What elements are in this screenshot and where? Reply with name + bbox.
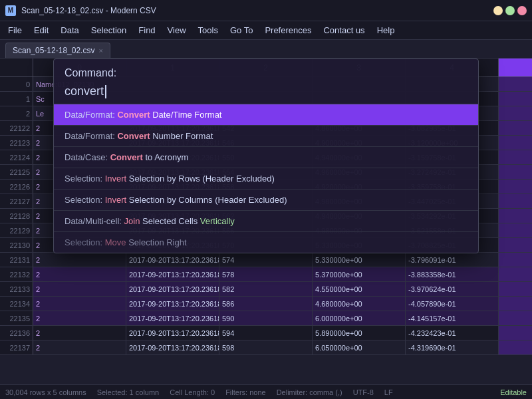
data-cell[interactable]: 6.000000e+00 [313, 311, 406, 325]
menu-item-tools[interactable]: Tools [193, 23, 223, 37]
data-cell[interactable] [499, 282, 532, 296]
data-cell[interactable]: -4.319690e-01 [406, 340, 499, 354]
autocomplete-item[interactable]: Data/Case: Convert to Acronym [54, 147, 478, 168]
tab-close-button[interactable]: × [98, 47, 102, 55]
minimize-button[interactable] [493, 6, 503, 15]
row-number: 22135 [0, 311, 33, 325]
data-cell[interactable]: -4.232423e-01 [406, 326, 499, 340]
data-cell[interactable]: 2 [33, 340, 126, 354]
data-cell[interactable]: 2017-09-20T13:17:20.236187 [126, 311, 219, 325]
data-cell[interactable]: 586 [219, 297, 313, 311]
data-cell[interactable] [499, 253, 532, 267]
data-cell[interactable]: 2 [33, 253, 126, 267]
window-title: Scan_05-12-18_02.csv - Modern CSV [21, 6, 488, 15]
data-cell[interactable]: 582 [219, 282, 313, 296]
menu-item-help[interactable]: Help [372, 23, 400, 37]
data-cell[interactable] [499, 311, 532, 325]
data-cell[interactable]: 2017-09-20T13:17:20.236187 [126, 340, 219, 354]
autocomplete-item[interactable]: Data/Format: Convert Number Format [54, 126, 478, 147]
menu-item-file[interactable]: File [3, 23, 27, 37]
row-number: 22131 [0, 253, 33, 267]
command-palette[interactable]: Command: convert Data/Format: Convert Da… [53, 59, 479, 253]
autocomplete-item[interactable]: Data/Format: Convert Date/Time Format [54, 104, 478, 126]
autocomplete-rest: Number Format [150, 131, 213, 141]
tab-file[interactable]: Scan_05-12-18_02.csv × [5, 43, 110, 58]
data-cell[interactable]: 2017-09-20T13:17:20.236187 [126, 267, 219, 281]
data-cell[interactable]: 590 [219, 311, 313, 325]
data-cell[interactable] [499, 209, 532, 223]
data-cell[interactable]: 4.680000e+00 [313, 297, 406, 311]
maximize-button[interactable] [505, 6, 515, 15]
status-bar: 30,004 rows x 5 columns Selected: 1 colu… [0, 384, 532, 399]
table-row: 2213322017-09-20T13:17:20.2361875824.550… [0, 282, 532, 297]
autocomplete-item[interactable]: Selection: Invert Selection by Columns (… [54, 190, 478, 211]
data-cell[interactable]: 598 [219, 340, 313, 354]
data-cell[interactable]: 2017-09-20T13:17:20.236187 [126, 297, 219, 311]
data-cell[interactable]: 2017-09-20T13:17:20.236187 [126, 282, 219, 296]
data-cell[interactable]: 574 [219, 253, 313, 267]
menu-item-data[interactable]: Data [55, 23, 84, 37]
menu-item-contact-us[interactable]: Contact us [318, 23, 370, 37]
data-cell[interactable]: -3.796091e-01 [406, 253, 499, 267]
menu-item-view[interactable]: View [162, 23, 192, 37]
data-cell[interactable]: 578 [219, 267, 313, 281]
data-cell[interactable] [499, 77, 532, 91]
data-cell[interactable]: 2 [33, 282, 126, 296]
row-number: 22137 [0, 340, 33, 354]
autocomplete-category: Selection: [65, 174, 102, 184]
data-cell[interactable]: 5.370000e+00 [313, 267, 406, 281]
command-input-area[interactable]: convert [54, 82, 478, 104]
data-cell[interactable]: 2017-09-20T13:17:20.236187 [126, 253, 219, 267]
autocomplete-item[interactable]: Data/Multi-cell: Join Selected Cells Ver… [54, 211, 478, 232]
data-cell[interactable]: 2 [33, 326, 126, 340]
data-cell[interactable] [499, 121, 532, 135]
data-cell[interactable]: 2 [33, 311, 126, 325]
autocomplete-item[interactable]: Selection: Invert Selection by Rows (Hea… [54, 168, 478, 190]
autocomplete-item-partial[interactable]: Selection: Move Selection Right [54, 232, 478, 253]
data-cell[interactable]: -3.883358e-01 [406, 267, 499, 281]
autocomplete-highlight: Convert [117, 131, 150, 141]
menu-item-edit[interactable]: Edit [29, 23, 54, 37]
close-button[interactable] [517, 6, 527, 15]
data-cell[interactable]: 5.890000e+00 [313, 326, 406, 340]
data-cell[interactable] [499, 180, 532, 194]
data-cell[interactable] [499, 297, 532, 311]
row-number: 22129 [0, 223, 33, 237]
menu-item-find[interactable]: Find [133, 23, 160, 37]
menu-item-selection[interactable]: Selection [86, 23, 132, 37]
data-cell[interactable] [499, 326, 532, 340]
autocomplete-category: Data/Format: [65, 110, 115, 120]
autocomplete-vert: Vertically [200, 216, 235, 226]
data-cell[interactable] [499, 92, 532, 106]
data-cell[interactable]: 2 [33, 267, 126, 281]
data-cell[interactable] [499, 106, 532, 120]
data-cell[interactable]: -3.970624e-01 [406, 282, 499, 296]
menu-item-go-to[interactable]: Go To [225, 23, 258, 37]
autocomplete-category: Data/Format: [65, 131, 115, 141]
menu-item-preferences[interactable]: Preferences [259, 23, 317, 37]
data-cell[interactable] [499, 223, 532, 237]
data-cell[interactable] [499, 340, 532, 354]
data-cell[interactable]: 2 [33, 297, 126, 311]
status-mode: Editable [500, 388, 527, 396]
data-cell[interactable] [499, 194, 532, 208]
data-cell[interactable] [499, 165, 532, 179]
status-rows-cols: 30,004 rows x 5 columns [5, 388, 86, 396]
data-cell[interactable] [499, 136, 532, 150]
col-header-5[interactable]: 5 [499, 59, 532, 76]
data-cell[interactable]: 2017-09-20T13:17:20.236187 [126, 326, 219, 340]
data-cell[interactable] [499, 150, 532, 164]
data-cell[interactable] [499, 238, 532, 252]
row-number: 22136 [0, 326, 33, 340]
data-cell[interactable]: 4.550000e+00 [313, 282, 406, 296]
row-number: 22132 [0, 267, 33, 281]
data-cell[interactable]: 6.050000e+00 [313, 340, 406, 354]
autocomplete-category: Data/Case: [65, 152, 108, 162]
data-cell[interactable] [499, 267, 532, 281]
data-cell[interactable]: -4.057890e-01 [406, 297, 499, 311]
data-cell[interactable]: 5.330000e+00 [313, 253, 406, 267]
row-number: 22124 [0, 150, 33, 164]
app-icon: M [5, 5, 16, 16]
data-cell[interactable]: 594 [219, 326, 313, 340]
data-cell[interactable]: -4.145157e-01 [406, 311, 499, 325]
